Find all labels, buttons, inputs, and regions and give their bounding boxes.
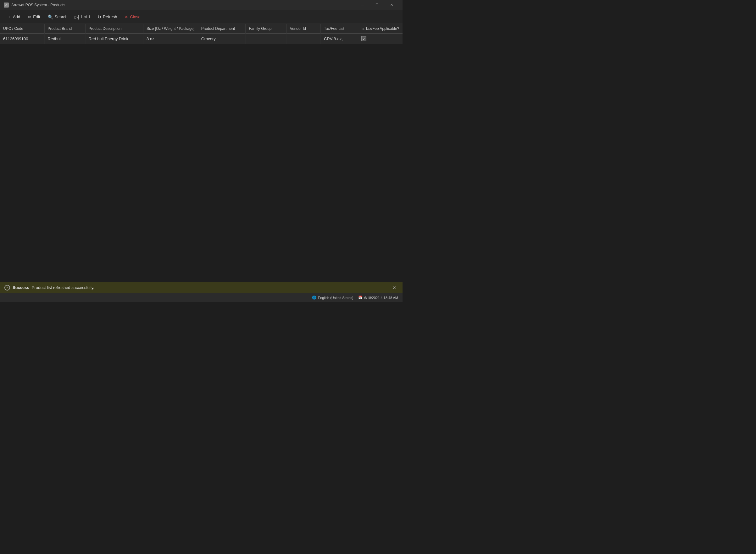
col-header-brand: Product Brand [44,24,85,34]
pagination-label: 1 of 1 [80,14,91,19]
add-button[interactable]: ＋ Add [4,12,23,22]
language-item: 🌐 English (United States) [312,295,354,300]
toolbar: ＋ Add ✏ Edit 🔍 Search ▷| 1 of 1 ↻ Refres… [0,10,402,24]
status-bar: ✓ Success Product list refreshed success… [0,282,402,293]
status-message: Product list refreshed successfully. [32,285,94,290]
window-title: Arrowat POS System - Products [11,3,65,7]
table-cell: 61126999100 [0,34,44,44]
title-bar: A Arrowat POS System - Products ─ ☐ ✕ [0,0,402,10]
table-cell: Grocery [198,34,246,44]
minimize-button[interactable]: ─ [355,0,370,10]
language-label: English (United States) [318,296,354,300]
search-icon: 🔍 [48,14,53,19]
table-cell: Red bull Energy Drink [85,34,143,44]
col-header-tax: Tax/Fee List [321,24,358,34]
app-icon: A [4,3,9,8]
status-success-label: Success [13,285,29,290]
title-bar-left: A Arrowat POS System - Products [4,3,65,8]
datetime-item: 📅 6/18/2021 4:18:48 AM [358,295,398,300]
products-table-container: UPC / Code Product Brand Product Descrip… [0,24,402,282]
col-header-department: Product Department [198,24,246,34]
col-header-vendor: Vendor Id [286,24,320,34]
refresh-label: Refresh [103,14,117,19]
pagination: ▷| 1 of 1 [72,14,93,19]
refresh-button[interactable]: ↻ Refresh [94,12,120,22]
col-header-applicable: Is Tax/Fee Applicable? [358,24,402,34]
title-bar-controls: ─ ☐ ✕ [355,0,399,10]
edit-icon: ✏ [28,14,32,19]
col-header-family: Family Group [246,24,286,34]
maximize-button[interactable]: ☐ [370,0,384,10]
applicable-checkbox: ✓ [361,36,366,41]
col-header-description: Product Description [85,24,143,34]
language-icon: 🌐 [312,295,316,300]
status-bar-left: ✓ Success Product list refreshed success… [4,285,94,290]
close-icon: ✕ [124,14,128,19]
system-bar: 🌐 English (United States) 📅 6/18/2021 4:… [0,293,402,302]
window-close-button[interactable]: ✕ [384,0,399,10]
calendar-icon: 📅 [358,295,363,300]
search-button[interactable]: 🔍 Search [45,12,71,22]
close-label: Close [130,14,140,19]
close-button[interactable]: ✕ Close [121,12,144,22]
status-close-button[interactable]: ✕ [391,285,398,291]
col-header-upc: UPC / Code [0,24,44,34]
pagination-icon: ▷| [74,14,79,19]
add-label: Add [13,14,20,19]
table-cell [246,34,286,44]
datetime-label: 6/18/2021 4:18:48 AM [364,296,398,300]
table-cell: CRV-8-oz, [321,34,358,44]
table-cell [286,34,320,44]
refresh-icon: ↻ [98,14,101,19]
success-icon: ✓ [4,285,10,290]
table-row[interactable]: 61126999100RedbullRed bull Energy Drink8… [0,34,402,44]
edit-label: Edit [33,14,40,19]
table-header-row: UPC / Code Product Brand Product Descrip… [0,24,402,34]
col-header-size: Size [Oz / Weight / Package] [144,24,198,34]
add-icon: ＋ [7,14,11,20]
table-cell: Redbull [44,34,85,44]
applicable-cell: ✓ [358,34,402,44]
search-label: Search [55,14,68,19]
products-table: UPC / Code Product Brand Product Descrip… [0,24,402,44]
table-cell: 8 oz [144,34,198,44]
edit-button[interactable]: ✏ Edit [24,12,43,22]
